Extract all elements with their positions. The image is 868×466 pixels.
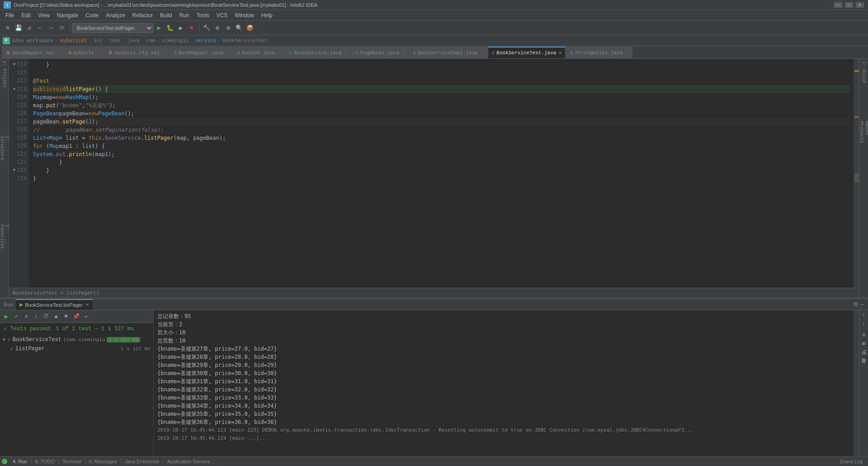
tab-bookvojava[interactable]: c BookVo.java ✕ [233,47,284,58]
debug-button[interactable]: 🐛 [165,23,175,33]
bc-mybatis01[interactable]: mybatis01 [60,38,87,43]
tab-mybatiscfgxml[interactable]: 🗎 mybatis.cfg.xml ✕ [104,47,169,58]
bc-xieminglu[interactable]: xieminglu [162,38,189,43]
tab-pagebeanjava[interactable]: c PageBean.java ✕ [352,47,409,58]
run-toolbar: ▶ ✓ ✗ ↕ ⏱ ▲ ▼ 📌 ↗ [0,310,153,323]
tab-app-servers[interactable]: Application Servers [163,459,214,464]
tab-todo[interactable]: 6: TODO [31,459,59,464]
menu-tools[interactable]: Tools [193,11,213,19]
tab-bookmaperxml[interactable]: 🗎 BookMapper.xml ✕ [2,47,64,58]
bc-java[interactable]: java [128,38,140,43]
rerun-button[interactable]: ▶ [2,312,11,321]
menu-build[interactable]: Build [156,11,176,19]
run-icon-clear[interactable]: 🗑 [861,357,867,364]
run-tab-bookservicetest[interactable]: ▶ BookServiceTest.listPager ✕ [16,299,93,310]
settings-button[interactable]: ⚙ [223,23,233,33]
run-icon-print[interactable]: 🖨 [861,349,867,356]
tab-run[interactable]: 4: Run [9,459,31,464]
run-sort-alpha[interactable]: ↕ [32,312,41,321]
run-config-combo[interactable]: BookServiceTest.listPager [72,23,153,33]
editor-scrollbar[interactable] [854,59,859,288]
ant-build-sidebar[interactable]: 1: Build [860,61,868,83]
test-child-node[interactable]: ✓ listPager 1 s 127 ms [1,344,152,353]
run-label: Run: [4,302,14,307]
tab-stringutilsjava[interactable]: c StringUtils.java ✕ [566,47,632,58]
tab-mybatis[interactable]: m mybatis ✕ [64,47,104,58]
bc-test[interactable]: test [109,38,121,43]
build-button[interactable]: 🔨 [202,23,212,33]
tab-bookservicetestjava[interactable]: c BookServiceTest.java ✕ [488,47,566,58]
code-line-119: List<Map> list = this.bookService.listPa… [33,134,850,142]
bc-service[interactable]: service [195,38,216,43]
code-line-115: map.put("bname","%圣墟%"); [33,101,850,109]
run-button[interactable]: ▶ [154,23,164,33]
tab-java-enterprise[interactable]: Java Enterprise [121,459,163,464]
run-icon-4[interactable]: ⊞ [862,340,865,347]
run-icon-2[interactable]: ↓ [862,320,865,327]
tab-bookservicejava[interactable]: c BookService.java ✕ [285,47,351,58]
run-icon-3[interactable]: ≡ [862,332,865,338]
output-line-total: 总记录数：95 [157,312,850,320]
run-settings-icon[interactable]: ⚙ [853,301,859,308]
forward-button[interactable]: → [46,23,56,33]
menu-run[interactable]: Run [176,11,193,19]
run-export[interactable]: ↗ [81,312,90,321]
run-failed-filter[interactable]: ✗ [22,312,31,321]
run-tab-label: BookServiceTest.listPager [25,302,83,308]
save-button[interactable]: 💾 [14,23,24,33]
menu-navigate[interactable]: Navigate [53,11,82,19]
favorites-tool-button[interactable]: 2: Favorites [0,224,9,252]
stop-button[interactable]: ■ [187,23,197,33]
bc-bookservicetest[interactable]: BookServiceTest [223,38,268,43]
run-pin[interactable]: 📌 [71,312,80,321]
run-passed-filter[interactable]: ✓ [12,312,21,321]
code-content[interactable]: } @Test public void listPager() { Map ma… [29,59,854,288]
minimize-button[interactable]: ─ [834,2,843,8]
menu-analyze[interactable]: Analyze [102,11,129,19]
sync-button[interactable]: ↺ [24,23,34,33]
bc-com[interactable]: com [146,38,156,43]
menu-refactor[interactable]: Refactor [129,11,156,19]
build2-button[interactable]: ⚙ [212,23,222,33]
bc-workspace[interactable]: idea workspace [12,38,53,43]
menu-window[interactable]: Window [231,11,258,19]
run-tab-close[interactable]: ✕ [85,302,89,307]
run-with-coverage[interactable]: ▶ [176,23,186,33]
menu-view[interactable]: View [34,11,53,19]
run-output[interactable]: 总记录数：95 当前页：2 页大小：10 总页数：10 {bname=圣墟第27… [154,310,854,456]
tab-bookserviceimpljava[interactable]: c BookServiceImpl.java ✕ [409,47,487,58]
back-button[interactable]: ← [35,23,45,33]
run-minimize-icon[interactable]: ─ [860,301,864,308]
run-sort-duration[interactable]: ⏱ [42,312,51,321]
project-tool-button[interactable]: 1: Project [0,61,9,88]
maximize-button[interactable]: □ [844,2,854,8]
menu-vcs[interactable]: VCS [213,11,231,19]
tab-bookmapperjava[interactable]: J BookMapper.java ✕ [170,47,233,58]
code-editor[interactable]: ▼110 111 112 ●113 114 115 116 117 118 11… [9,59,859,298]
output-line-1: {bname=圣墟第27章, price=27.0, bid=27} [157,345,850,353]
structure-tool-button[interactable]: 2: Structure [0,136,9,167]
maven-sidebar[interactable]: Maven Projects [860,121,868,153]
menu-file[interactable]: File [2,11,18,19]
output-line-page: 当前页：2 [157,320,850,328]
test-root-node[interactable]: ▼ ✓ BookServiceTest (com.xieminglu 1 s 1… [1,335,152,344]
code-line-120: for (Map map1 : list) { [33,142,850,150]
search-button[interactable]: 🔍 [234,23,244,33]
menu-edit[interactable]: Edit [18,11,34,19]
close-button[interactable]: ✕ [855,2,864,8]
run-expand[interactable]: ▼ [61,312,71,321]
tab-terminal[interactable]: Terminal [59,459,85,464]
run-collapse[interactable]: ▲ [52,312,61,321]
tab-event-log[interactable]: Event Log [836,459,866,464]
bc-src[interactable]: src [94,38,103,43]
menu-bar: File Edit View Navigate Code Analyze Ref… [0,10,868,21]
sdk-button[interactable]: 📦 [245,23,255,33]
code-line-110: } [33,61,850,69]
menu-help[interactable]: Help [258,11,276,19]
menu-code[interactable]: Code [82,11,102,19]
tab-messages[interactable]: 0: Messages [85,459,121,464]
code-line-121: System.out.println(map1); [33,150,850,158]
run-icon-1[interactable]: ↑ [862,312,865,319]
rerun-button[interactable]: ⟳ [57,23,67,33]
output-scrollbar[interactable] [854,310,859,456]
